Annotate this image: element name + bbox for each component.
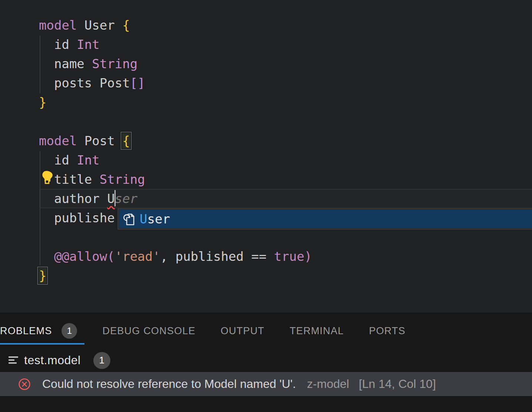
code-line[interactable]: model User { xyxy=(39,16,312,35)
code-token: } xyxy=(39,268,46,283)
problem-message: Could not resolve reference to Model nam… xyxy=(42,377,296,391)
code-token: id xyxy=(39,37,77,52)
problems-count-badge: 1 xyxy=(61,323,77,339)
code-line[interactable]: model Post { xyxy=(39,131,312,150)
code-token: author xyxy=(39,191,107,206)
problem-location: [Ln 14, Col 10] xyxy=(359,377,436,391)
suggest-label-match: U xyxy=(140,212,147,226)
code-token: , published == xyxy=(160,249,274,264)
code-token: 'read' xyxy=(115,249,160,264)
tab-debug-console[interactable]: DEBUG CONSOLE xyxy=(102,325,195,337)
code-token: ) xyxy=(304,249,312,264)
problem-row[interactable]: Could not resolve reference to Model nam… xyxy=(0,372,532,396)
code-token: Post xyxy=(84,133,122,148)
code-token: String xyxy=(100,172,145,187)
code-token: ser xyxy=(115,191,137,206)
code-token: publishe xyxy=(39,210,115,225)
suggest-item-user[interactable]: U ser xyxy=(119,210,532,228)
tab-label: DEBUG CONSOLE xyxy=(102,325,195,337)
suggest-widget: U ser xyxy=(118,209,532,229)
code-token: model xyxy=(39,18,84,33)
file-problem-count-badge: 1 xyxy=(93,352,110,369)
tab-label: ROBLEMS xyxy=(0,325,52,337)
code-line[interactable]: id Int xyxy=(39,35,312,54)
vscode-window: model User { id Int name String posts Po… xyxy=(0,0,532,412)
code-token: name xyxy=(39,56,92,71)
lightbulb-icon[interactable] xyxy=(41,170,53,185)
code-line[interactable] xyxy=(39,112,312,131)
file-lines-icon xyxy=(8,355,19,366)
code-token: { xyxy=(122,133,130,148)
suggest-label-rest: ser xyxy=(147,212,170,226)
code-token: } xyxy=(39,95,46,110)
bottom-panel: ROBLEMS 1 DEBUG CONSOLE OUTPUT TERMINAL … xyxy=(0,312,532,412)
tab-label: PORTS xyxy=(369,325,406,337)
code-token: String xyxy=(92,56,137,71)
code-token: Int xyxy=(77,153,99,167)
code-line[interactable]: @@allow('read', published == true) xyxy=(39,247,312,266)
code-line[interactable]: } xyxy=(39,93,312,112)
code-line[interactable]: } xyxy=(39,266,312,285)
code-token: @@allow( xyxy=(39,249,115,264)
tab-label: TERMINAL xyxy=(290,325,344,337)
code-token: model xyxy=(39,133,84,148)
problems-file-row[interactable]: test.model 1 xyxy=(0,349,532,372)
code-line[interactable] xyxy=(39,227,312,247)
code-token: id xyxy=(39,153,77,167)
file-name: test.model xyxy=(24,353,81,367)
code-line[interactable]: id Int xyxy=(39,150,312,170)
code-token: U xyxy=(107,191,114,206)
editor-pane[interactable]: model User { id Int name String posts Po… xyxy=(0,0,532,312)
tab-terminal[interactable]: TERMINAL xyxy=(290,325,344,337)
tab-label: OUTPUT xyxy=(221,325,265,337)
code-token: Int xyxy=(77,37,99,52)
tab-output[interactable]: OUTPUT xyxy=(221,325,265,337)
tab-problems[interactable]: ROBLEMS 1 xyxy=(0,323,77,339)
code-token: posts Post xyxy=(39,76,130,90)
symbol-reference-icon xyxy=(122,212,136,226)
code-line[interactable]: title String xyxy=(39,170,312,189)
code-line[interactable]: posts Post[] xyxy=(39,73,312,93)
problem-source: z-model xyxy=(307,377,349,391)
error-icon xyxy=(18,378,31,391)
active-tab-underline xyxy=(0,343,84,345)
code-token: [] xyxy=(130,76,145,90)
tab-ports[interactable]: PORTS xyxy=(369,325,406,337)
code-token: { xyxy=(122,18,130,33)
code-line[interactable]: name String xyxy=(39,54,312,73)
code-lines: model User { id Int name String posts Po… xyxy=(39,16,312,285)
code-line[interactable]: author User xyxy=(39,189,312,208)
code-token: true xyxy=(274,249,305,264)
code-token: User xyxy=(84,18,122,33)
